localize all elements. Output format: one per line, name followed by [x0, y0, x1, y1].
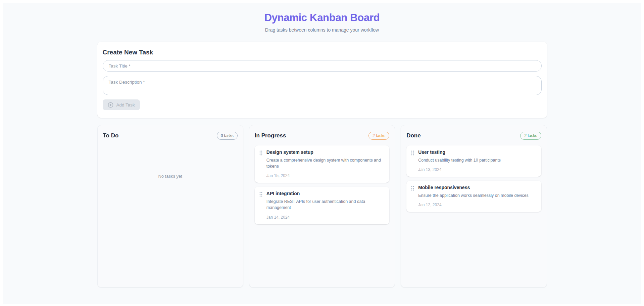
task-card[interactable]: Mobile responsiveness Ensure the applica…	[406, 181, 541, 212]
create-task-panel: Create New Task Add Task	[97, 42, 547, 118]
column-header: In Progress 2 tasks	[255, 132, 389, 140]
grip-handle-icon[interactable]	[259, 192, 262, 220]
column-body: No tasks yet	[103, 145, 238, 207]
task-description: Integrate REST APIs for user authenticat…	[266, 199, 385, 211]
task-description: Ensure the application works seamlessly …	[418, 192, 536, 199]
task-title: Mobile responsiveness	[418, 185, 536, 190]
kanban-column-to-do: To Do 0 tasks No tasks yet	[97, 125, 243, 288]
column-header: Done 2 tasks	[406, 132, 541, 140]
task-description: Conduct usability testing with 10 partic…	[418, 157, 536, 163]
task-count-badge: 2 tasks	[520, 132, 541, 140]
grip-handle-icon[interactable]	[411, 186, 414, 208]
add-task-button[interactable]: Add Task	[103, 99, 140, 110]
task-card[interactable]: Design system setup Create a comprehensi…	[255, 145, 389, 183]
page-title: Dynamic Kanban Board	[97, 12, 547, 24]
add-task-label: Add Task	[116, 102, 135, 107]
grip-handle-icon[interactable]	[259, 150, 262, 178]
kanban-column-done: Done 2 tasks User testing Conduct usabil…	[401, 125, 547, 288]
kanban-column-in-progress: In Progress 2 tasks Design system setup …	[249, 125, 395, 288]
task-count-badge: 0 tasks	[217, 132, 238, 140]
task-card[interactable]: API integration Integrate REST APIs for …	[255, 187, 389, 224]
task-title: API integration	[266, 191, 385, 196]
task-card[interactable]: User testing Conduct usability testing w…	[406, 145, 541, 177]
task-date: Jan 15, 2024	[266, 173, 290, 178]
page-subtitle: Drag tasks between columns to manage you…	[97, 27, 547, 33]
task-title: Design system setup	[266, 149, 385, 155]
task-count-badge: 2 tasks	[368, 132, 389, 140]
task-date: Jan 13, 2024	[418, 167, 441, 172]
task-description-input[interactable]	[103, 76, 542, 95]
task-card-content: Design system setup Create a comprehensi…	[266, 149, 385, 178]
circle-plus-icon	[108, 102, 113, 108]
page-header: Dynamic Kanban Board Drag tasks between …	[97, 3, 547, 33]
task-date: Jan 14, 2024	[266, 215, 290, 220]
column-body: User testing Conduct usability testing w…	[406, 145, 541, 212]
task-title-input[interactable]	[103, 60, 542, 72]
empty-state-text: No tasks yet	[103, 145, 238, 207]
column-title: To Do	[103, 132, 119, 139]
task-card-content: API integration Integrate REST APIs for …	[266, 191, 385, 220]
task-description: Create a comprehensive design system wit…	[266, 157, 385, 169]
column-title: Done	[406, 132, 421, 139]
column-body: Design system setup Create a comprehensi…	[255, 145, 389, 224]
kanban-board: To Do 0 tasks No tasks yet In Progress 2…	[97, 125, 547, 304]
column-header: To Do 0 tasks	[103, 132, 238, 140]
task-card-content: Mobile responsiveness Ensure the applica…	[418, 185, 536, 208]
task-date: Jan 12, 2024	[418, 203, 441, 207]
create-task-heading: Create New Task	[103, 49, 542, 56]
task-title: User testing	[418, 149, 536, 155]
column-title: In Progress	[255, 132, 286, 139]
main-container: Dynamic Kanban Board Drag tasks between …	[97, 3, 547, 304]
task-card-content: User testing Conduct usability testing w…	[418, 149, 536, 172]
grip-handle-icon[interactable]	[411, 150, 414, 172]
